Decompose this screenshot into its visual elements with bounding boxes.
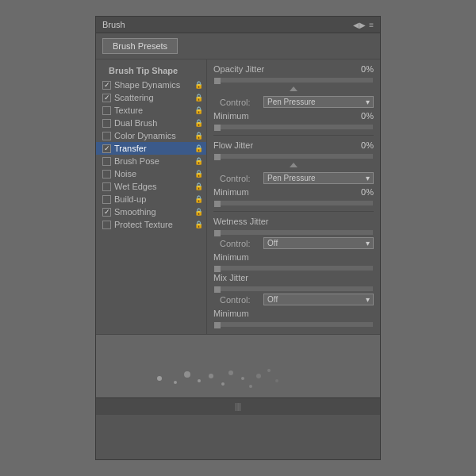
- label-wet-edges: Wet Edges: [114, 182, 157, 191]
- svg-point-0: [157, 376, 162, 381]
- opacity-jitter-label: Opacity Jitter: [213, 64, 285, 74]
- control1-label: Control:: [220, 98, 263, 107]
- brush-item-color-dynamics[interactable]: Color Dynamics 🔒: [96, 129, 206, 142]
- checkbox-noise[interactable]: [102, 170, 111, 178]
- menu-icon[interactable]: ≡: [369, 21, 374, 29]
- lock-transfer: 🔒: [194, 144, 203, 152]
- divider2: [213, 211, 374, 212]
- resize-handle: |||: [235, 402, 241, 411]
- control4-row: Control: Off ▾: [213, 294, 374, 305]
- flow-jitter-row: Flow Jitter 0%: [213, 140, 374, 150]
- svg-point-11: [275, 379, 278, 382]
- opacity-jitter-slider[interactable]: [213, 77, 374, 83]
- control2-select[interactable]: Pen Pressure ▾: [263, 172, 374, 184]
- brush-item-dual-brush[interactable]: Dual Brush 🔒: [96, 117, 206, 129]
- label-transfer: Transfer: [114, 144, 147, 153]
- main-content: Brush Tip Shape Shape Dynamics 🔒 Scatter…: [96, 60, 380, 334]
- control3-select[interactable]: Off ▾: [263, 237, 374, 249]
- preview-svg: [96, 335, 380, 397]
- brush-tip-shape-header: Brush Tip Shape: [96, 63, 206, 79]
- panel-header: Brush ◀▶ ≡: [96, 17, 380, 33]
- brush-item-smoothing[interactable]: Smoothing 🔒: [96, 205, 206, 218]
- brush-item-shape-dynamics[interactable]: Shape Dynamics 🔒: [96, 79, 206, 91]
- brush-panel: Brush ◀▶ ≡ Brush Presets Brush Tip Shape…: [95, 16, 381, 460]
- panel-controls: ◀▶ ≡: [353, 21, 374, 29]
- lock-color-dynamics: 🔒: [194, 132, 203, 140]
- brush-item-noise[interactable]: Noise 🔒: [96, 167, 206, 180]
- lock-shape-dynamics: 🔒: [194, 81, 203, 89]
- svg-point-1: [174, 381, 177, 384]
- control4-label: Control:: [220, 295, 263, 305]
- lock-noise: 🔒: [194, 170, 203, 178]
- wetness-jitter-slider[interactable]: [213, 229, 374, 236]
- minimum1-slider[interactable]: [213, 124, 374, 130]
- minimum1-value: 0%: [350, 111, 374, 121]
- label-smoothing: Smoothing: [114, 207, 156, 217]
- minimum2-label: Minimum: [213, 187, 285, 197]
- minimum2-slider[interactable]: [213, 200, 374, 206]
- control1-select[interactable]: Pen Pressure ▾: [263, 96, 374, 108]
- mix-jitter-slider[interactable]: [213, 286, 374, 292]
- minimum4-thumb: [214, 322, 221, 328]
- svg-point-8: [249, 385, 252, 388]
- top-bar: Brush Presets: [96, 33, 380, 60]
- svg-point-6: [228, 370, 233, 375]
- minimum3-slider[interactable]: [213, 265, 374, 271]
- checkbox-brush-pose[interactable]: [102, 157, 111, 166]
- label-scattering: Scattering: [114, 93, 154, 102]
- label-brush-pose: Brush Pose: [114, 156, 159, 166]
- control3-value: Off: [267, 239, 278, 248]
- brush-item-scattering[interactable]: Scattering 🔒: [96, 91, 206, 104]
- wetness-jitter-row: Wetness Jitter: [213, 217, 374, 226]
- brush-item-protect-texture[interactable]: Protect Texture 🔒: [96, 218, 206, 231]
- lock-texture: 🔒: [194, 106, 203, 114]
- checkbox-smoothing[interactable]: [102, 208, 111, 217]
- label-protect-texture: Protect Texture: [114, 220, 173, 229]
- collapse-icon[interactable]: ◀▶: [353, 21, 366, 29]
- control2-label: Control:: [220, 174, 263, 183]
- opacity-jitter-row: Opacity Jitter 0%: [213, 64, 374, 74]
- flow-jitter-slider[interactable]: [213, 153, 374, 159]
- brush-item-wet-edges[interactable]: Wet Edges 🔒: [96, 180, 206, 193]
- checkbox-scattering[interactable]: [102, 94, 111, 102]
- brush-presets-button[interactable]: Brush Presets: [102, 38, 178, 54]
- flow-jitter-label: Flow Jitter: [213, 140, 285, 150]
- brush-item-texture[interactable]: Texture 🔒: [96, 104, 206, 117]
- svg-point-2: [184, 371, 190, 378]
- checkbox-texture[interactable]: [102, 106, 111, 115]
- flow-jitter-thumb: [214, 154, 221, 160]
- right-panel: Opacity Jitter 0% Control: Pen Pressure …: [207, 60, 380, 334]
- label-color-dynamics: Color Dynamics: [114, 131, 176, 140]
- brush-item-buildup[interactable]: Build-up 🔒: [96, 193, 206, 205]
- minimum2-thumb: [214, 201, 221, 207]
- svg-point-10: [267, 369, 271, 372]
- checkbox-color-dynamics[interactable]: [102, 132, 111, 140]
- minimum4-label: Minimum: [213, 309, 285, 318]
- brush-item-transfer[interactable]: Transfer 🔒: [96, 142, 206, 155]
- minimum4-slider[interactable]: [213, 321, 374, 328]
- checkbox-wet-edges[interactable]: [102, 182, 111, 191]
- panel-title: Brush: [102, 20, 125, 29]
- control2-value: Pen Pressure: [267, 174, 316, 182]
- label-noise: Noise: [114, 169, 136, 178]
- arrow-up-opacity: [290, 86, 298, 91]
- mix-jitter-row: Mix Jitter: [213, 273, 374, 282]
- label-dual-brush: Dual Brush: [114, 118, 157, 128]
- control4-select[interactable]: Off ▾: [263, 294, 374, 305]
- checkbox-protect-texture[interactable]: [102, 221, 111, 229]
- flow-jitter-value: 0%: [350, 140, 374, 150]
- control2-arrow: ▾: [366, 174, 370, 182]
- checkbox-shape-dynamics[interactable]: [102, 81, 111, 90]
- control3-arrow: ▾: [366, 239, 370, 248]
- brush-item-brush-pose[interactable]: Brush Pose 🔒: [96, 155, 206, 167]
- wetness-jitter-thumb: [214, 230, 221, 236]
- lock-smoothing: 🔒: [194, 208, 203, 216]
- control3-label: Control:: [220, 239, 263, 248]
- divider1: [213, 135, 374, 136]
- checkbox-dual-brush[interactable]: [102, 119, 111, 128]
- control4-arrow: ▾: [366, 295, 370, 304]
- checkbox-transfer[interactable]: [102, 144, 111, 153]
- checkbox-buildup[interactable]: [102, 195, 111, 204]
- bottom-bar: |||: [96, 397, 380, 415]
- lock-buildup: 🔒: [194, 195, 203, 203]
